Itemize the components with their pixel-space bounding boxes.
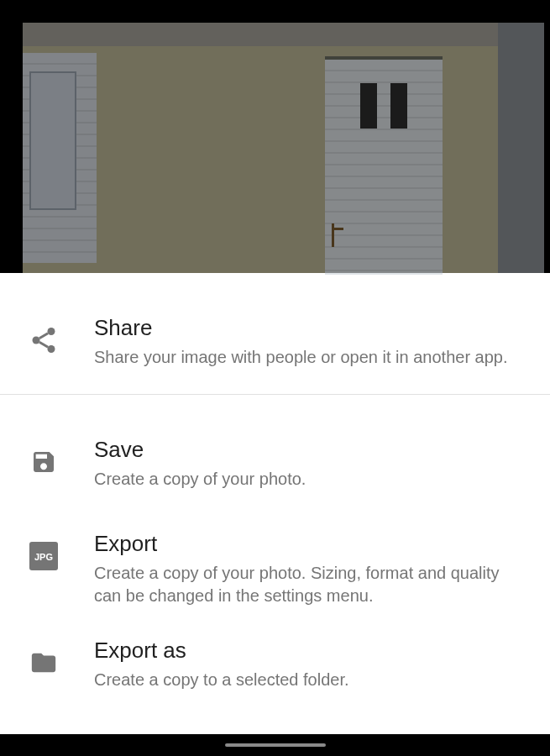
save-title: Save bbox=[94, 437, 526, 463]
share-desc: Share your image with people or open it … bbox=[94, 346, 526, 369]
export-as-title: Export as bbox=[94, 638, 526, 664]
svg-point-2 bbox=[48, 345, 55, 353]
export-as-option[interactable]: Export as Create a copy to a selected fo… bbox=[0, 622, 550, 706]
export-options-sheet: Share Share your image with people or op… bbox=[0, 273, 550, 734]
save-desc: Create a copy of your photo. bbox=[94, 468, 526, 491]
share-title: Share bbox=[94, 315, 526, 341]
svg-text:JPG: JPG bbox=[34, 552, 53, 562]
folder-icon bbox=[24, 643, 64, 683]
export-desc: Create a copy of your photo. Sizing, for… bbox=[94, 562, 526, 607]
navigation-bar bbox=[0, 734, 550, 756]
export-as-desc: Create a copy to a selected folder. bbox=[94, 669, 526, 691]
svg-point-0 bbox=[48, 328, 55, 335]
nav-handle[interactable] bbox=[225, 743, 326, 747]
export-title: Export bbox=[94, 531, 526, 557]
svg-point-1 bbox=[33, 337, 40, 344]
image-preview bbox=[0, 0, 550, 273]
export-option[interactable]: JPG Export Create a copy of your photo. … bbox=[0, 516, 550, 622]
save-icon bbox=[24, 442, 64, 482]
jpg-badge-icon: JPG bbox=[24, 536, 64, 576]
save-option[interactable]: Save Create a copy of your photo. bbox=[0, 420, 550, 516]
share-icon bbox=[24, 320, 64, 360]
share-option[interactable]: Share Share your image with people or op… bbox=[0, 298, 550, 394]
